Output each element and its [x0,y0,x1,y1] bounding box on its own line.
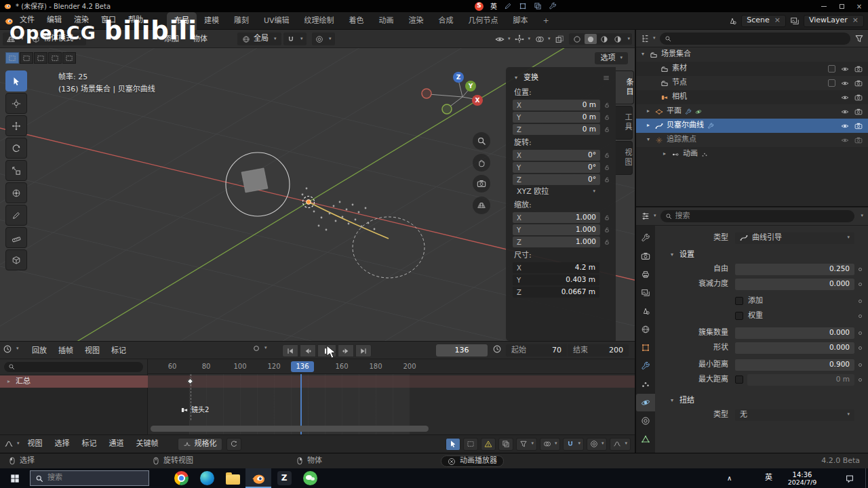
jump-to-end-button[interactable] [355,344,372,357]
eye-icon[interactable] [841,108,849,116]
eye-icon[interactable] [841,136,849,144]
summary-channel[interactable]: ▸ 汇总 [0,375,148,388]
menu-marker[interactable]: 标记 [78,439,101,449]
animate-dot[interactable] [859,346,862,350]
workspace-tab-layout[interactable]: 布局 [167,12,197,30]
panel-title[interactable]: 变换 [524,73,538,83]
ime-pen-icon[interactable] [504,2,512,10]
tray-clock[interactable]: 14:36 2024/7/9 [780,468,825,488]
axis-neg-y-ball[interactable] [442,104,452,114]
tab-physics[interactable] [636,394,655,411]
taskbar-z-app-icon[interactable]: Z [271,468,297,488]
maximize-button[interactable] [833,0,850,12]
editor-divider[interactable] [635,30,636,453]
camera-visibility-icon[interactable] [854,108,863,116]
tweak-select-button[interactable] [446,438,460,451]
horizontal-scrollbar[interactable] [151,426,429,432]
playhead-frame-badge[interactable]: 136 [291,361,314,372]
lock-open-icon[interactable] [604,239,610,245]
scene-selector[interactable]: Scene × [741,15,786,27]
select-set-button[interactable] [5,52,19,64]
chevron-down-icon[interactable]: ▾ [645,136,652,143]
animate-dot[interactable] [859,283,862,286]
select-extend-button[interactable] [20,52,33,64]
outliner-row-collection[interactable]: 节点 [636,76,868,90]
minimize-button[interactable] [815,0,833,12]
lock-open-icon[interactable] [604,226,610,233]
animation-player-badge[interactable]: 动画播放器 [441,455,504,467]
proportional-edit-dropdown[interactable]: ▾ [312,33,335,45]
shading-wireframe-button[interactable] [571,34,583,44]
outliner-search-input[interactable] [675,33,846,43]
tray-language-indicator[interactable]: 英 [765,468,772,488]
rotation-z-field[interactable]: Z0° [513,174,600,185]
chevron-right-icon[interactable]: ▸ [645,108,652,115]
shape-field[interactable]: 0.000 [735,342,854,354]
rotation-x-field[interactable]: X0° [513,150,600,161]
camera-visibility-icon[interactable] [854,136,863,144]
workspace-tab-compositing[interactable]: 合成 [431,12,461,30]
add-workspace-button[interactable]: + [536,12,557,30]
move-tool[interactable] [5,115,27,136]
xray-toggle[interactable] [555,35,564,44]
ime-logo[interactable]: S [475,2,484,11]
camera-visibility-icon[interactable] [854,94,863,102]
lock-open-icon[interactable] [604,114,610,121]
tab-tool[interactable] [636,229,655,247]
additive-checkbox[interactable] [735,297,743,305]
viewlayer-unlink-icon[interactable]: × [852,16,859,25]
menu-view[interactable]: 视图 [24,439,47,449]
weights-checkbox[interactable] [735,312,743,320]
tab-object[interactable] [636,339,655,357]
workspace-tab-texture-paint[interactable]: 纹理绘制 [297,12,342,30]
taskbar-blender-icon[interactable] [245,468,271,488]
menu-edit[interactable]: 编辑 [41,16,68,25]
tab-output[interactable] [636,266,655,283]
scene-unlink-icon[interactable]: × [774,16,781,25]
select-subtract-button[interactable] [34,52,47,64]
editor-type-button[interactable]: ▾ [641,211,656,221]
next-keyframe-button[interactable] [338,344,354,357]
normalize-toggle[interactable]: 规格化 [178,438,222,451]
outliner-row-collection[interactable]: 素材 [636,62,868,76]
tab-constraints[interactable] [636,412,655,430]
ghost-curves-button[interactable] [498,438,513,451]
properties-search-box[interactable] [660,210,855,222]
camera-visibility-icon[interactable] [854,65,863,73]
select-invert-button[interactable] [48,52,62,64]
proportional-dropdown[interactable]: ▾ [587,438,608,451]
workspace-tab-geometry-nodes[interactable]: 几何节点 [461,12,506,30]
blender-menu-icon[interactable] [4,16,14,26]
properties-search-input[interactable] [675,211,850,221]
taskbar-wechat-icon[interactable] [297,468,323,488]
tab-modifiers[interactable] [636,357,655,375]
free-field[interactable]: 0.250 [735,264,854,275]
keyframe-area[interactable]: 镜头2 [148,374,635,434]
tab-render[interactable] [636,247,655,265]
workspace-tab-sculpting[interactable]: 雕刻 [226,12,256,30]
box-select-button[interactable] [463,438,478,451]
window-titlebar[interactable]: * (未保存) - Blender 4.2 Beta S 英 × [0,0,868,12]
shading-material-button[interactable] [598,34,610,44]
workspace-tab-rendering[interactable]: 渲染 [401,12,431,30]
visibility-dropdown[interactable]: ▾ [495,35,511,44]
overlays-dropdown[interactable]: ▾ [535,35,551,44]
zoom-button[interactable] [473,132,490,150]
outliner-row-bezier-curve[interactable]: ▸ 贝塞尔曲线 [636,119,868,133]
menu-render[interactable]: 渲染 [68,16,95,25]
timeline-ruler[interactable]: 60 80 100 120 160 180 200 136 [0,359,635,374]
menu-select[interactable]: 选择 [51,439,74,449]
annotate-tool[interactable] [5,205,27,226]
pivot-dropdown[interactable]: ▾ [540,438,561,451]
tab-view-layer[interactable] [636,284,655,302]
taskbar-explorer-icon[interactable] [220,468,245,488]
tool-options-button[interactable]: 选项▾ [595,52,628,64]
taskbar-search[interactable] [30,470,149,486]
min-distance-field[interactable]: 0.900 [735,359,854,371]
workspace-tab-shading[interactable]: 着色 [342,12,372,30]
channel-search-input[interactable] [18,362,139,371]
menu-help[interactable]: 帮助 [122,16,149,25]
channel-search-box[interactable] [4,362,143,372]
object-menu[interactable]: 物体 [189,30,212,48]
lock-open-icon[interactable] [604,152,610,159]
